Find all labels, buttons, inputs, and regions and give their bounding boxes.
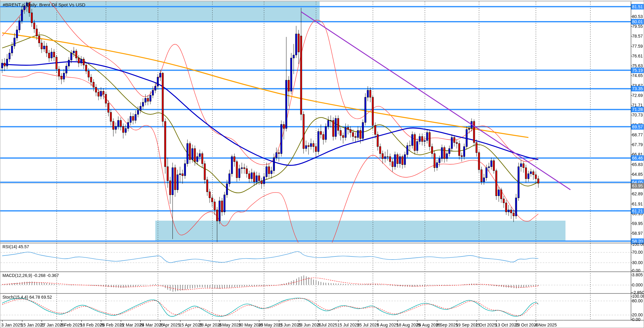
price-tick-label: 64.85 — [632, 172, 643, 177]
date-label: 8 May 2025 — [219, 322, 241, 327]
price-tick-label: 76.61 — [632, 53, 643, 58]
price-tick-label: 79.55 — [632, 24, 643, 29]
sr-price-label: 73.35 — [631, 86, 644, 91]
rsi-pane-label: RSI(14) 45.57 — [2, 244, 29, 249]
price-tick-label: 58.97 — [632, 231, 643, 236]
date-label: 3 Apr 2025 — [159, 322, 180, 327]
price-tick-label: 74.65 — [632, 73, 643, 78]
date-label: 1 Oct 2025 — [476, 322, 497, 327]
price-tick-label: 80.53 — [632, 14, 643, 19]
macd-scale-label: 0.000 — [632, 282, 643, 287]
date-label: 6 Aug 2025 — [377, 322, 398, 327]
chart-title: #BRENT.z, Daily: Brent Oil Spot Vs USD — [3, 2, 85, 7]
stoch-scale-label: 20.00 — [632, 312, 643, 317]
sr-price-label: 66.46 — [631, 155, 644, 161]
price-tick-label: 67.79 — [632, 142, 643, 147]
date-label: 15 Jul 2025 — [337, 322, 359, 327]
date-label: 6 Feb 2025 — [61, 322, 82, 327]
price-chart-canvas[interactable] — [0, 0, 644, 328]
sr-price-label: 69.57 — [631, 124, 644, 130]
stoch-scale-label: 100.00 — [632, 294, 644, 299]
price-tick-label: 68.77 — [632, 132, 643, 137]
date-label: 25 Jul 2025 — [357, 322, 379, 327]
date-label: 3 Jan 2025 — [1, 322, 22, 327]
macd-scale-label: 3.805 — [632, 272, 643, 277]
date-label: 4 Nov 2025 — [535, 322, 557, 327]
sr-price-label: 61.21 — [631, 208, 644, 214]
date-label: 9 Sep 2025 — [436, 322, 458, 327]
sr-price-label: 71.28 — [631, 107, 644, 112]
price-tick-label: 59.95 — [632, 221, 643, 226]
sr-price-label: 80.01 — [631, 19, 644, 24]
price-tick-label: 72.69 — [632, 93, 643, 98]
price-tick-label: 62.89 — [632, 191, 643, 196]
price-tick-label: 77.59 — [632, 44, 643, 49]
sr-price-label: 81.51 — [631, 4, 644, 9]
date-label: 3 Jul 2025 — [317, 322, 337, 327]
price-tick-label: 78.57 — [632, 34, 643, 39]
stoch-scale-label: 80.00 — [632, 298, 643, 303]
rsi-scale-label: 30.00 — [632, 260, 643, 265]
stoch-pane-label: Stoch(15,4,4) 64.78 69.52 — [2, 295, 52, 300]
price-tick-label: 65.83 — [632, 162, 643, 167]
trading-chart-window: #BRENT.z, Daily: Brent Oil Spot Vs USD R… — [0, 0, 644, 328]
sr-price-label: 75.19 — [631, 68, 644, 73]
price-tick-label: 61.91 — [632, 201, 643, 206]
current-price-label: 63.95 — [631, 183, 644, 189]
price-tick-label: 70.73 — [632, 112, 643, 117]
stoch-scale-label: 0.00 — [632, 317, 640, 322]
rsi-scale-label: 70.00 — [632, 250, 643, 255]
macd-pane-label: MACD(12,26,9) -0.268 -0.367 — [2, 273, 59, 278]
rsi-scale-label: 100.00 — [632, 242, 644, 247]
